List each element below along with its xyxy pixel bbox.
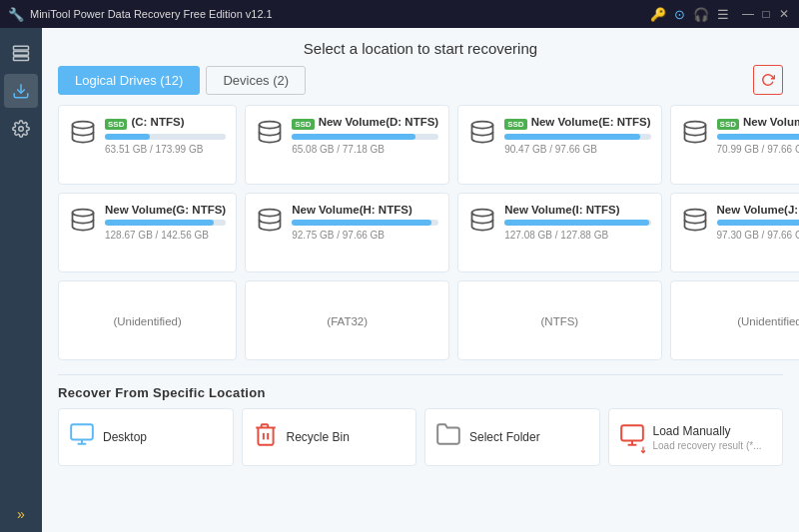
drive-card-h[interactable]: New Volume(H: NTFS) 92.75 GB / 97.66 GB (245, 193, 449, 272)
drive-name-ntfs: (NTFS) (541, 315, 579, 327)
drive-card-f[interactable]: SSD New Volume(F: NTFS) 70.99 GB / 97.66… (670, 105, 799, 185)
drive-icon-f (681, 118, 709, 152)
drive-bar-bg-e (504, 134, 650, 140)
svg-rect-18 (621, 425, 643, 440)
drive-size-c: 63.51 GB / 173.99 GB (105, 144, 226, 155)
drive-size-h: 92.75 GB / 97.66 GB (292, 230, 438, 241)
menu-icon[interactable]: ☰ (717, 7, 729, 22)
location-card-desktop[interactable]: Desktop (58, 408, 234, 466)
main-scroll-area[interactable]: SSD (C: NTFS) 63.51 GB / 173.99 GB (42, 105, 799, 532)
drive-card-e[interactable]: SSD New Volume(E: NTFS) 90.47 GB / 97.66… (457, 105, 661, 185)
drive-badge-e: SSD (504, 119, 526, 130)
svg-point-11 (472, 210, 493, 217)
location-card-folder[interactable]: Select Folder (424, 408, 600, 466)
maximize-button[interactable]: □ (759, 7, 773, 21)
svg-point-5 (73, 122, 94, 129)
drive-bar-fill-f (717, 134, 799, 140)
drive-bar-fill-d (292, 134, 414, 140)
drive-bar-fill-g (105, 220, 214, 226)
sidebar-item-recovery[interactable] (4, 74, 38, 108)
tab-devices[interactable]: Devices (2) (206, 66, 306, 95)
svg-rect-2 (14, 57, 29, 61)
drive-info-g: New Volume(G: NTFS) 128.67 GB / 142.56 G… (105, 204, 226, 241)
load-arrow-icon (637, 442, 649, 454)
close-button[interactable]: ✕ (777, 7, 791, 21)
location-card-recycle[interactable]: Recycle Bin (242, 408, 417, 466)
folder-icon (435, 421, 461, 453)
circle-icon[interactable]: ⊙ (674, 7, 685, 22)
drive-name-fat32: (FAT32) (327, 315, 368, 327)
drive-card-ntfs[interactable]: (NTFS) (457, 280, 661, 360)
app-title: MiniTool Power Data Recovery Free Editio… (30, 8, 650, 20)
drive-bar-bg-c (105, 134, 226, 140)
drive-size-j: 97.30 GB / 97.66 GB (717, 230, 799, 241)
drive-name-j: New Volume(J: NTFS) (717, 204, 799, 216)
svg-rect-1 (14, 52, 29, 56)
drive-card-unidentified-1[interactable]: (Unidentified) (58, 280, 237, 360)
drive-icon-j (681, 206, 709, 240)
drive-bar-fill-h (292, 220, 431, 226)
titlebar-action-icons: 🔑 ⊙ 🎧 ☰ (650, 7, 729, 22)
svg-rect-13 (71, 424, 93, 439)
svg-point-10 (260, 210, 281, 217)
drive-card-g[interactable]: New Volume(G: NTFS) 128.67 GB / 142.56 G… (58, 193, 237, 272)
sidebar-item-settings[interactable] (4, 112, 38, 146)
svg-point-12 (684, 210, 705, 217)
drive-bar-fill-e (504, 134, 640, 140)
load-sublabel: Load recovery result (*... (653, 440, 762, 451)
drive-badge-c: SSD (105, 119, 127, 130)
drive-bar-bg-h (292, 220, 438, 226)
drive-icon-e (468, 118, 496, 152)
drive-name-i: New Volume(I: NTFS) (504, 204, 650, 216)
tab-logical-drives[interactable]: Logical Drives (12) (58, 66, 200, 95)
drive-grid: SSD (C: NTFS) 63.51 GB / 173.99 GB (58, 105, 783, 360)
drive-info-h: New Volume(H: NTFS) 92.75 GB / 97.66 GB (292, 204, 438, 241)
drive-info-c: SSD (C: NTFS) 63.51 GB / 173.99 GB (105, 116, 226, 155)
app-icon: 🔧 (8, 7, 24, 22)
drive-bar-bg-j (717, 220, 799, 226)
drive-bar-bg-i (504, 220, 650, 226)
headphone-icon[interactable]: 🎧 (693, 7, 709, 22)
drive-info-j: New Volume(J: NTFS) 97.30 GB / 97.66 GB (717, 204, 799, 241)
minimize-button[interactable]: — (741, 7, 755, 21)
drive-info-e: SSD New Volume(E: NTFS) 90.47 GB / 97.66… (504, 116, 650, 155)
main-content: Select a location to start recovering Lo… (42, 28, 799, 532)
svg-point-8 (684, 122, 705, 129)
drive-size-g: 128.67 GB / 142.56 GB (105, 230, 226, 241)
drive-size-d: 65.08 GB / 77.18 GB (292, 144, 438, 155)
drive-size-e: 90.47 GB / 97.66 GB (504, 144, 650, 155)
drive-name-d: New Volume(D: NTFS) (319, 116, 439, 128)
drive-bar-fill-c (105, 134, 150, 140)
expand-button[interactable]: » (17, 506, 25, 522)
drive-name-c: (C: NTFS) (131, 116, 184, 128)
svg-point-7 (472, 122, 493, 129)
recycle-label: Recycle Bin (287, 430, 350, 444)
refresh-button[interactable] (753, 65, 783, 95)
drive-card-i[interactable]: New Volume(I: NTFS) 127.08 GB / 127.88 G… (457, 193, 661, 272)
svg-rect-0 (14, 46, 29, 50)
drive-name-unidentified-2: (Unidentified) (737, 315, 799, 327)
sidebar-item-drives[interactable] (4, 36, 38, 70)
drive-icon-c (69, 118, 97, 152)
desktop-label: Desktop (103, 430, 147, 444)
key-icon[interactable]: 🔑 (650, 7, 666, 22)
drive-bar-fill-i (504, 220, 649, 226)
tabs-area: Logical Drives (12) Devices (2) (42, 65, 799, 95)
drive-icon-g (69, 206, 97, 240)
drive-card-unidentified-2[interactable]: (Unidentified) (670, 280, 799, 360)
drive-info-f: SSD New Volume(F: NTFS) 70.99 GB / 97.66… (717, 116, 799, 155)
drive-card-j[interactable]: New Volume(J: NTFS) 97.30 GB / 97.66 GB (670, 193, 799, 272)
drive-name-e: New Volume(E: NTFS) (531, 116, 651, 128)
location-grid: Desktop Recycle Bin Select Folder (58, 408, 783, 466)
location-card-load[interactable]: Load Manually Load recovery result (*... (608, 408, 784, 466)
drive-info-d: SSD New Volume(D: NTFS) 65.08 GB / 77.18… (292, 116, 438, 155)
drive-icon-d (256, 118, 284, 152)
drive-card-d[interactable]: SSD New Volume(D: NTFS) 65.08 GB / 77.18… (245, 105, 449, 185)
recycle-icon (253, 421, 279, 453)
page-title: Select a location to start recovering (42, 28, 799, 65)
drive-card-fat32[interactable]: (FAT32) (245, 280, 449, 360)
drive-card-c[interactable]: SSD (C: NTFS) 63.51 GB / 173.99 GB (58, 105, 237, 185)
section-divider (58, 374, 783, 375)
drive-info-i: New Volume(I: NTFS) 127.08 GB / 127.88 G… (504, 204, 650, 241)
drive-badge-f: SSD (717, 119, 739, 130)
